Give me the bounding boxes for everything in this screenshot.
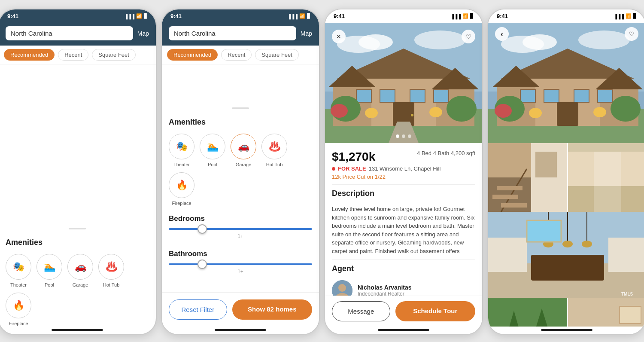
bathrooms-thumb-2[interactable]	[197, 260, 207, 269]
amenity-theater-2[interactable]: 🎭 Theater	[169, 134, 194, 167]
status-icons-1: ▐▐▐ 📶 ▊	[125, 13, 147, 19]
screen-3: 9:41 ▐▐▐ 📶 ▊	[324, 9, 483, 335]
svg-rect-56	[535, 152, 557, 177]
svg-point-22	[429, 107, 442, 117]
action-buttons-3: Message Schedule Tour	[325, 296, 482, 327]
bedrooms-track-2[interactable]	[169, 228, 312, 230]
tab-recent-2[interactable]: Recent	[221, 49, 252, 61]
tab-recommended-2[interactable]: Recommended	[167, 49, 218, 61]
amenity-theater-1[interactable]: 🎭 Theater	[6, 254, 31, 287]
svg-rect-60	[568, 143, 644, 152]
status-bar-4: 9:41 ▐▐▐ 📶 ▊	[488, 9, 644, 23]
amenities-grid-1: 🎭 Theater 🏊 Pool 🚗 Garage ♨️ Hot Tub 🔥	[6, 254, 149, 326]
amenity-fireplace-2[interactable]: 🔥 Fireplace	[169, 172, 194, 206]
amenity-garage-1[interactable]: 🚗 Garage	[67, 254, 93, 287]
bedrooms-label-2: Bedrooms	[169, 214, 312, 223]
amenity-label-pool-1: Pool	[45, 282, 54, 287]
home-indicator-1	[52, 329, 103, 331]
amenity-label-theater-2: Theater	[173, 162, 190, 167]
message-button-3[interactable]: Message	[332, 301, 390, 321]
svg-rect-72	[527, 220, 561, 242]
dot-1	[396, 134, 399, 138]
back-button-4[interactable]: ‹	[495, 27, 509, 41]
svg-point-25	[338, 284, 346, 292]
map-button-2[interactable]: Map	[301, 30, 312, 37]
battery-icon-4: ▊	[633, 13, 637, 19]
svg-rect-13	[380, 89, 395, 102]
amenities-grid-2: 🎭 Theater 🏊 Pool 🚗 Garage ♨️ Hot Tub 🔥	[169, 134, 312, 206]
svg-rect-70	[488, 238, 527, 272]
search-input-2[interactable]	[169, 26, 296, 40]
bathrooms-value-2: 1+	[169, 269, 312, 275]
svg-point-45	[611, 96, 641, 122]
battery-icon-3: ▊	[470, 13, 474, 19]
screen-4: 9:41 ▐▐▐ 📶 ▊	[487, 9, 644, 335]
bedrooms-thumb-2[interactable]	[197, 224, 207, 234]
amenity-label-fireplace-2: Fireplace	[172, 201, 191, 206]
svg-rect-74	[488, 298, 567, 327]
home-indicator-2	[215, 329, 266, 331]
home-indicator-3	[378, 329, 429, 331]
signal-icon-2: ▐▐▐	[288, 14, 298, 19]
schedule-tour-button-3[interactable]: Schedule Tour	[395, 301, 475, 321]
tab-recent-1[interactable]: Recent	[58, 49, 88, 61]
show-homes-button-2[interactable]: Show 82 homes	[232, 299, 312, 320]
amenity-label-hottub-2: Hot Tub	[266, 162, 283, 167]
interior-row-4	[488, 143, 644, 212]
description-title-3: Description	[332, 189, 475, 198]
svg-rect-53	[492, 195, 518, 199]
svg-text:TMLS: TMLS	[621, 292, 633, 296]
close-button-3[interactable]: ✕	[332, 30, 346, 43]
svg-rect-12	[356, 89, 371, 102]
for-sale-row-3: FOR SALE 131 Winsome Ln, Chapel Hill	[332, 165, 475, 172]
backyard-photo	[488, 298, 567, 327]
hero-photo-container-4: ‹ ♡	[488, 23, 644, 143]
amenity-circle-garage-2: 🚗	[231, 134, 256, 159]
amenity-pool-2[interactable]: 🏊 Pool	[200, 134, 225, 167]
home-indicator-4	[541, 329, 592, 331]
amenity-circle-fireplace-1: 🔥	[6, 293, 31, 318]
svg-rect-42	[598, 89, 613, 102]
amenity-hottub-2[interactable]: ♨️ Hot Tub	[261, 134, 287, 167]
amenity-garage-2[interactable]: 🚗 Garage	[231, 134, 256, 167]
amenity-pool-1[interactable]: 🏊 Pool	[36, 254, 62, 287]
bathrooms-label-2: Bathrooms	[169, 250, 312, 258]
svg-point-20	[331, 104, 348, 118]
favorite-button-3[interactable]: ♡	[462, 30, 475, 43]
gallery-nav-4: ‹ ♡	[488, 27, 644, 41]
red-dot-3	[332, 167, 335, 171]
amenity-circle-theater-1: 🎭	[6, 254, 31, 280]
amenity-label-pool-2: Pool	[208, 162, 217, 167]
tab-sqft-1[interactable]: Square Feet	[92, 49, 136, 61]
search-input-1[interactable]	[6, 26, 133, 40]
agent-name-3: Nicholas Arvanitas	[358, 284, 412, 291]
filter-content-2: Amenities 🎭 Theater 🏊 Pool 🚗 Garage ♨️ H…	[162, 64, 319, 292]
property-info-3: $1,270k 4 Bed 4 Bath 4,200 sqft FOR SALE…	[325, 143, 482, 296]
signal-icon-3: ▐▐▐	[451, 14, 461, 19]
svg-rect-41	[574, 89, 589, 102]
tab-sqft-2[interactable]: Square Feet	[255, 49, 299, 61]
svg-point-48	[593, 107, 606, 117]
svg-rect-43	[557, 102, 578, 126]
favorite-button-4[interactable]: ♡	[625, 27, 638, 41]
amenity-label-garage-2: Garage	[236, 162, 252, 167]
reset-button-2[interactable]: Reset Filter	[169, 299, 227, 320]
status-icons-2: ▐▐▐ 📶 ▊	[288, 13, 310, 19]
time-2: 9:41	[170, 13, 182, 19]
signal-icon-4: ▐▐▐	[614, 14, 624, 19]
amenity-fireplace-1[interactable]: 🔥 Fireplace	[6, 293, 31, 326]
amenity-hottub-1[interactable]: ♨️ Hot Tub	[98, 254, 124, 287]
map-button-1[interactable]: Map	[137, 30, 149, 37]
bathrooms-track-2[interactable]	[169, 263, 312, 265]
divider-agent-3	[332, 260, 475, 260]
screen-1: 9:41 ▐▐▐ 📶 ▊ Map Recommended Recent Squa…	[0, 9, 157, 335]
wifi-icon-3: 📶	[462, 13, 468, 19]
bedrooms-section-2: Bedrooms 1+	[169, 214, 312, 239]
status-icons-4: ▐▐▐ 📶 ▊	[614, 13, 637, 19]
agent-title-3: Agent	[332, 264, 475, 273]
dot-2	[402, 134, 405, 138]
tab-recommended-1[interactable]: Recommended	[4, 49, 55, 61]
search-area-1: Map	[0, 23, 156, 46]
filter-tabs-2: Recommended Recent Square Feet	[162, 46, 319, 64]
hero-photo-4	[488, 23, 644, 143]
